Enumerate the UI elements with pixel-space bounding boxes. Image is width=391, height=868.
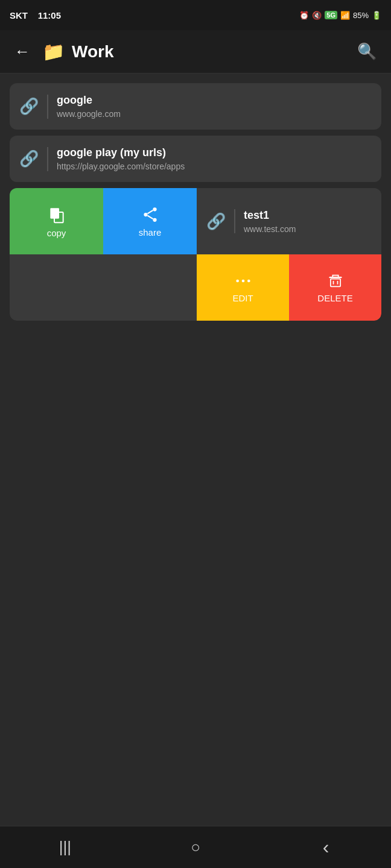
svg-point-8 — [241, 279, 244, 282]
svg-rect-11 — [330, 278, 340, 286]
swipe-bottom-spacer — [10, 254, 197, 321]
nav-bar: ||| ○ ‹ — [0, 826, 391, 868]
edit-icon — [235, 272, 252, 289]
divider-test1 — [234, 209, 235, 233]
title-area: 📁 Work — [42, 41, 352, 62]
bookmark-url-google: www.google.com — [57, 109, 372, 119]
svg-point-3 — [144, 212, 147, 216]
swipe-card-test1: copy share 🔗 test1 www.test.com — [10, 188, 381, 321]
battery-icon: 🔋 — [372, 11, 381, 20]
bookmark-url-test1: www.test.com — [244, 224, 372, 234]
bookmark-name-test1: test1 — [244, 209, 372, 222]
share-button[interactable]: share — [103, 188, 197, 254]
battery-label: 85% — [353, 11, 369, 20]
search-button[interactable]: 🔍 — [352, 37, 381, 66]
divider-2 — [47, 147, 48, 171]
carrier: SKT — [10, 10, 28, 20]
carrier-time: SKT 11:05 — [10, 10, 61, 20]
bookmark-item-google[interactable]: 🔗 google www.google.com — [10, 83, 381, 130]
back-button[interactable]: ← — [10, 37, 35, 66]
time: 11:05 — [38, 10, 61, 20]
5g-icon: 5G — [325, 11, 337, 19]
folder-icon: 📁 — [42, 41, 65, 62]
edit-button[interactable]: EDIT — [197, 254, 289, 321]
bookmark-name-google: google — [57, 94, 372, 107]
nav-back-button[interactable]: ‹ — [261, 826, 391, 868]
delete-button[interactable]: DELETE — [289, 254, 381, 321]
swipe-top-row: copy share 🔗 test1 www.test.com — [10, 188, 381, 254]
alarm-icon: ⏰ — [299, 11, 309, 20]
edit-label: EDIT — [232, 293, 253, 303]
svg-point-2 — [153, 207, 156, 211]
bookmark-info-google-play: google play (my urls) https://play.googl… — [57, 146, 372, 171]
signal-icon: 📶 — [340, 11, 350, 20]
content-area: 🔗 google www.google.com 🔗 google play (m… — [0, 74, 391, 826]
share-label: share — [139, 227, 162, 237]
link-icon-google: 🔗 — [19, 97, 39, 116]
status-icons: ⏰ 🔇 5G 📶 85% 🔋 — [299, 11, 381, 20]
delete-icon — [327, 272, 344, 289]
svg-line-5 — [147, 210, 153, 213]
divider — [47, 95, 48, 119]
bookmark-info-google: google www.google.com — [57, 94, 372, 119]
nav-home-button[interactable]: ○ — [130, 826, 261, 868]
swipe-bottom-row: EDIT DELETE — [10, 254, 381, 321]
mute-icon: 🔇 — [312, 11, 322, 20]
link-icon-test1: 🔗 — [206, 212, 226, 231]
share-icon — [141, 206, 159, 224]
svg-rect-1 — [50, 208, 59, 218]
copy-button[interactable]: copy — [10, 188, 103, 254]
copy-icon — [47, 205, 66, 224]
link-icon-google-play: 🔗 — [19, 149, 39, 168]
svg-point-4 — [153, 218, 156, 221]
delete-label: DELETE — [317, 293, 352, 303]
bookmark-name-google-play: google play (my urls) — [57, 146, 372, 159]
status-bar: SKT 11:05 ⏰ 🔇 5G 📶 85% 🔋 — [0, 0, 391, 30]
svg-line-6 — [147, 215, 153, 219]
bookmark-url-google-play: https://play.google.com/store/apps — [57, 162, 372, 171]
svg-rect-10 — [329, 277, 342, 278]
svg-point-7 — [236, 279, 239, 282]
bookmark-item-test1[interactable]: 🔗 test1 www.test.com — [197, 188, 381, 254]
bookmark-info-test1: test1 www.test.com — [244, 209, 372, 234]
svg-point-9 — [247, 279, 250, 282]
copy-label: copy — [47, 228, 66, 238]
top-bar: ← 📁 Work 🔍 — [0, 30, 391, 74]
bookmark-item-google-play[interactable]: 🔗 google play (my urls) https://play.goo… — [10, 136, 381, 182]
page-title: Work — [72, 42, 114, 61]
nav-recent-button[interactable]: ||| — [0, 826, 130, 868]
